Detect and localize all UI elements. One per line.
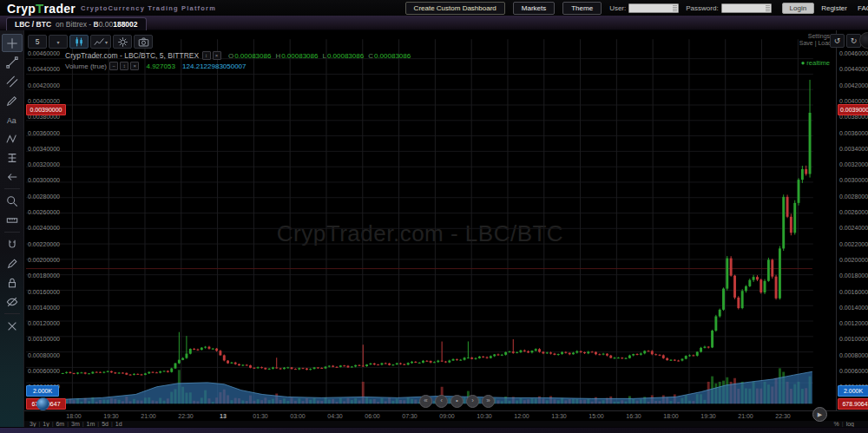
chart-toolbar: 5 ▾ ▾ <box>28 35 153 49</box>
time-tick-label: 12:00 <box>514 413 529 419</box>
crosshair-icon[interactable] <box>2 34 23 52</box>
forecast-icon[interactable] <box>2 148 23 167</box>
parallel-channel-icon[interactable] <box>2 72 23 90</box>
price-tick-label: 0.00440000 <box>28 66 60 72</box>
price-tick-label: 0.00220000 <box>28 241 60 247</box>
price-tick-label: 0.00340000 <box>839 146 868 152</box>
last-volume-marker-right: 678.90647 <box>838 398 868 410</box>
range-5d[interactable]: 5d <box>102 421 108 427</box>
range-1m[interactable]: 1m <box>87 421 95 427</box>
toolbar-divider <box>4 232 20 233</box>
scale-log[interactable]: log <box>846 421 854 427</box>
chart-legend: CrypTrader.com - LBC/BTC, 5, BITTREX ↕× … <box>65 51 411 60</box>
price-tick-label: 0.00340000 <box>28 146 60 152</box>
user-input[interactable] <box>628 3 679 13</box>
time-tick-label: 19:30 <box>700 413 716 419</box>
measure-icon[interactable] <box>2 211 23 229</box>
chart-nav-dot-3[interactable]: › <box>466 395 479 408</box>
range-6m[interactable]: 6m <box>56 421 64 427</box>
price-tick-label: 0.00160000 <box>28 289 60 295</box>
time-tick-label: 10:30 <box>477 413 492 419</box>
zoom-in-icon[interactable] <box>2 192 23 210</box>
theme-button[interactable]: Theme <box>562 2 602 15</box>
chart-area[interactable]: CrypTrader.com - LBC/BTC 5 ▾ ▾ Settings:… <box>24 30 868 427</box>
markets-button[interactable]: Markets <box>513 2 555 15</box>
time-tick-label: 07:30 <box>402 413 418 419</box>
interval-button[interactable]: 5 <box>28 35 47 49</box>
text-tool-icon[interactable]: Aa <box>2 110 23 128</box>
settings-save-load[interactable]: Settings:Save | Load <box>799 33 832 47</box>
volume-legend: Volume (true) −↕× 4.927053 124.212298305… <box>65 62 247 70</box>
eye-off-icon[interactable] <box>2 292 23 311</box>
price-tick-label: 0.00200000 <box>839 257 868 263</box>
drawing-toolbar: Aa <box>0 30 24 427</box>
chart-nav-dot-1[interactable]: ‹ <box>435 395 448 408</box>
lock-icon[interactable] <box>2 273 23 292</box>
undo-icon[interactable]: ↺ <box>830 34 845 48</box>
time-tick-label: 01:30 <box>253 413 268 419</box>
login-button[interactable]: Login <box>782 3 815 14</box>
last-price-marker-left: 0.00390000 <box>26 104 66 115</box>
tab-lbc-btc[interactable]: LBC / BTCon Bittrex - B0.00188002 <box>6 17 147 30</box>
arrow-left-icon[interactable] <box>2 167 23 186</box>
time-tick-label: 21:00 <box>738 413 753 419</box>
volume-settings-icon[interactable]: − <box>109 62 118 70</box>
price-tick-label: 0.00080000 <box>28 352 60 358</box>
chart-nav-dot-0[interactable]: « <box>419 395 432 408</box>
magnet-icon[interactable] <box>2 235 23 253</box>
chart-nav-dot-2[interactable]: • <box>450 395 464 408</box>
price-tick-label: 0.00460000 <box>28 50 60 56</box>
ohlc-values: O0.00083086H0.00083086L0.00083086C0.0008… <box>224 52 411 60</box>
price-tick-label: 0.00260000 <box>28 209 60 215</box>
range-1y[interactable]: 1y <box>43 421 49 427</box>
time-tick-label: 21:00 <box>141 413 156 419</box>
interval-dropdown[interactable]: ▾ <box>49 35 68 49</box>
edit-icon[interactable] <box>2 254 23 272</box>
range-bar: 3y|1y|6m|3m|1m|5d|1d %|log <box>24 421 868 427</box>
brush-icon[interactable] <box>2 91 23 109</box>
create-dashboard-button[interactable]: Create Custom Dashboard <box>405 2 505 15</box>
chart-nav-dot-4[interactable]: » <box>482 395 495 408</box>
range-1d[interactable]: 1d <box>115 421 122 427</box>
range-3y[interactable]: 3y <box>30 421 36 427</box>
input-grip-icon <box>766 5 770 11</box>
svg-text:Aa: Aa <box>6 115 16 124</box>
register-link[interactable]: Register <box>821 4 847 12</box>
price-tick-label: 0.00300000 <box>839 177 868 183</box>
snapshot-icon[interactable] <box>134 35 153 49</box>
trend-line-icon[interactable] <box>2 53 23 71</box>
tab-bar: LBC / BTCon Bittrex - B0.00188002 <box>0 16 868 30</box>
time-tick-label: 15:00 <box>589 413 604 419</box>
volume-close-icon[interactable]: × <box>130 62 139 70</box>
price-tick-label: 0.00260000 <box>839 209 868 215</box>
top-header: CrypTrader CryptoCurrency Trading Platfo… <box>0 0 868 16</box>
range-selector: 3y|1y|6m|3m|1m|5d|1d <box>30 421 122 427</box>
time-tick-label: 16:30 <box>626 413 641 419</box>
legend-close-icon[interactable]: × <box>213 51 221 60</box>
price-tick-label: 0.00180000 <box>839 272 868 279</box>
line-style-icon[interactable]: ▾ <box>90 35 111 49</box>
candlestick-style-icon[interactable] <box>69 35 89 49</box>
price-tick-label: 0.00200000 <box>28 257 60 263</box>
toolbar-divider <box>4 313 20 314</box>
volume-value: 4.927053 <box>147 62 175 70</box>
price-tick-label: 0.00320000 <box>839 161 868 167</box>
app-tagline: CryptoCurrency Trading Platform <box>81 4 216 12</box>
range-3m[interactable]: 3m <box>71 421 80 427</box>
faq-link[interactable]: FAQ <box>858 4 868 12</box>
legend-collapse-icon[interactable]: ↕ <box>202 51 211 60</box>
volume-collapse-icon[interactable]: ↕ <box>120 62 128 70</box>
play-icon[interactable]: ▶ <box>812 407 827 422</box>
app-logo[interactable]: CrypTrader <box>7 1 76 16</box>
price-tick-label: 0.00160000 <box>839 289 868 295</box>
xabcd-pattern-icon[interactable] <box>2 129 23 148</box>
remove-drawings-icon[interactable] <box>2 317 23 335</box>
logo-t-icon: T <box>36 1 43 16</box>
time-tick-label: 22:30 <box>775 413 791 419</box>
indicator-settings-icon[interactable] <box>113 35 132 49</box>
time-tick-label: 04:30 <box>327 413 343 419</box>
candlestick-chart[interactable] <box>24 30 868 427</box>
price-tick-label: 0.00400000 <box>28 98 60 104</box>
scale-%[interactable]: % <box>834 421 839 427</box>
password-input[interactable] <box>721 3 772 13</box>
